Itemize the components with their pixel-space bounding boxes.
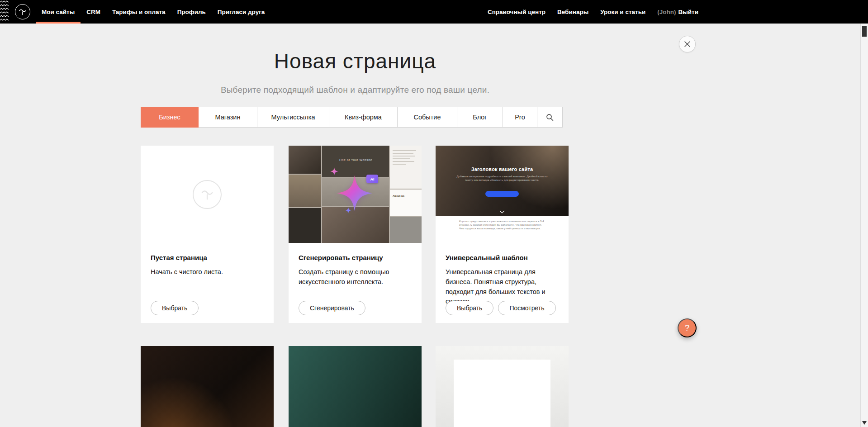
template-hero-heading: Заголовок вашего сайта [436,166,569,172]
template-hero-subtext: Добавьте интересные подробности о вашей … [455,175,550,182]
collage-site-title: Title of Your Website [322,158,389,161]
secondary-nav: Справочный центр Вебинары Уроки и статьи… [482,0,698,24]
card-actions: Сгенерировать [299,301,365,315]
chevron-down-icon [499,207,505,215]
tilda-edge-pattern [0,0,9,24]
template-preview-image [289,346,422,427]
ai-sparkle-small-icon [330,167,338,177]
help-button[interactable]: ? [678,318,697,337]
close-button[interactable] [679,36,696,52]
card-actions: Выбрать [151,301,199,315]
template-body-section: Коротко представьтесь и расскажите о ком… [436,216,569,243]
tab-business[interactable]: Бизнес [141,107,199,128]
template-card-partial[interactable] [289,346,422,427]
ai-collage-preview: Title of Your Website About us [289,146,422,243]
template-preview-image [436,346,569,427]
ai-badge: AI [366,175,378,183]
card-description: Начать с чистого листа. [151,267,264,277]
user-name: (John) [657,9,676,15]
scroll-down-arrow-icon[interactable] [862,421,867,425]
choose-button[interactable]: Выбрать [151,301,199,315]
nav-item-tariffs[interactable]: Тарифы и оплата [106,0,171,24]
search-icon [546,114,554,121]
nav-item-webinars[interactable]: Вебинары [551,0,594,24]
template-preview-image [141,346,274,427]
nav-item-crm[interactable]: CRM [81,0,106,24]
top-nav: Мои сайты CRM Тарифы и оплата Профиль Пр… [0,0,868,24]
card-body: Сгенерировать страницу Создать страницу … [289,243,422,323]
card-description: Создать страницу с помощью искусственног… [299,267,412,287]
nav-item-my-sites[interactable]: Мои сайты [36,0,81,24]
nav-item-lessons[interactable]: Уроки и статьи [594,0,651,24]
collage-text-lines [393,150,419,166]
nav-item-profile[interactable]: Профиль [171,0,212,24]
template-card-blank: Пустая страница Начать с чистого листа. … [141,146,274,323]
blank-preview [141,146,274,243]
tilda-logo[interactable] [15,4,30,19]
collage-photo [390,190,422,216]
collage-photo [390,217,422,243]
generate-button[interactable]: Сгенерировать [299,301,365,315]
collage-photo [289,146,321,174]
nav-item-invite-friend[interactable]: Пригласи друга [212,0,270,24]
template-category-tabs: Бизнес Магазин Мультиссылка Квиз-форма С… [141,107,563,128]
page-title: Новая страница [0,49,710,73]
card-body: Пустая страница Начать с чистого листа. … [141,243,274,323]
collage-photo [289,208,321,243]
template-card-partial[interactable] [436,346,569,427]
scrollbar[interactable] [860,24,868,427]
template-hero-button [485,191,519,197]
card-title: Пустая страница [151,254,264,261]
tab-blog[interactable]: Блог [457,107,503,128]
close-icon [684,41,691,47]
view-button[interactable]: Посмотреть [498,301,555,315]
app: Мои сайты CRM Тарифы и оплата Профиль Пр… [0,0,868,427]
card-title: Универсальный шаблон [446,254,559,261]
page-subtitle: Выберите подходящий шаблон и адаптируйте… [0,85,710,95]
tab-search[interactable] [537,107,563,128]
user-box: (John) Выйти [651,0,698,24]
tab-multilink[interactable]: Мультиссылка [257,107,329,128]
card-actions: Выбрать Посмотреть [446,301,556,315]
tab-pro[interactable]: Pro [503,107,537,128]
template-body-text: Коротко представьтесь и расскажите о ком… [436,216,547,230]
template-card-partial[interactable] [141,346,274,427]
template-card-universal: Заголовок вашего сайта Добавьте интересн… [436,146,569,323]
card-title: Сгенерировать страницу [299,254,412,261]
choose-button[interactable]: Выбрать [446,301,493,315]
template-hero: Заголовок вашего сайта Добавьте интересн… [436,146,569,216]
tab-quiz-form[interactable]: Квиз-форма [329,107,398,128]
tab-shop[interactable]: Магазин [198,107,257,128]
main-nav: Мои сайты CRM Тарифы и оплата Профиль Пр… [36,0,270,24]
universal-template-preview: Заголовок вашего сайта Добавьте интересн… [436,146,569,243]
ai-sparkle-small-icon [345,207,351,215]
tilda-watermark-icon [193,180,222,209]
logout-link[interactable]: Выйти [678,9,699,15]
template-card-ai-generate: Title of Your Website About us [289,146,422,323]
collage-photo [289,175,321,207]
tab-event[interactable]: Событие [397,107,457,128]
card-body: Универсальный шаблон Универсальная стран… [436,243,569,323]
scrollbar-thumb[interactable] [862,26,867,37]
collage-about-label: About us [393,195,404,197]
nav-item-help-center[interactable]: Справочный центр [482,0,551,24]
